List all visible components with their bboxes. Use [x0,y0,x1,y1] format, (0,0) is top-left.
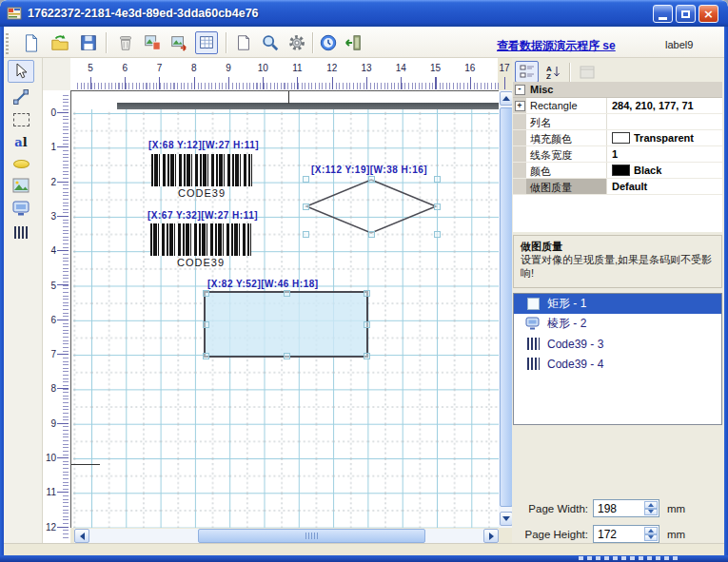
save-button[interactable] [77,31,100,54]
maximize-button[interactable] [676,5,696,23]
barcode2-text: CODE39 [150,257,251,268]
collapse-box[interactable]: - [513,82,526,97]
selection-handle[interactable] [364,321,370,328]
datasource-demo-link[interactable]: 查看数据源演示程序 se [497,38,616,54]
app-icon [7,6,22,21]
selection-handle[interactable] [303,203,309,210]
status-bar [4,543,724,555]
scroll-down-button[interactable] [500,512,513,526]
object-list-item[interactable]: 矩形 - 1 [514,294,721,314]
property-row[interactable]: 线条宽度1 [513,146,722,163]
toolbar-grip[interactable] [6,33,9,54]
tool-barcode[interactable] [8,221,34,243]
minimize-button[interactable] [653,5,673,23]
barcode2-object[interactable] [150,223,251,256]
page-width-label: Page Width: [512,503,588,514]
property-row[interactable]: 填充颜色Transparent [513,130,722,146]
tool-image[interactable] [8,174,34,197]
property-label: 线条宽度 [526,146,607,162]
object-list-label: Code39 - 3 [547,338,603,351]
tool-diamond[interactable] [8,197,34,220]
selection-handle[interactable] [303,231,309,238]
tool-text[interactable]: al [8,130,34,153]
grid-view-button[interactable] [195,31,218,54]
horizontal-scroll-thumb[interactable] [198,529,425,543]
alphabetical-sort-button[interactable]: AZ [541,61,565,83]
tool-pointer[interactable] [8,60,34,83]
selection-handle[interactable] [364,353,370,359]
selection-handle[interactable] [364,290,370,297]
selection-handle[interactable] [434,203,441,210]
up-arrow-icon [502,92,510,101]
page-width-input[interactable]: 198 [593,499,659,517]
selection-handle[interactable] [434,231,441,238]
categorized-view-button[interactable] [515,61,539,83]
object-list-item[interactable]: Code39 - 4 [514,354,721,374]
tool-line[interactable] [8,86,34,108]
property-pages-button[interactable] [575,61,599,83]
delete-button[interactable] [114,31,137,54]
expand-box[interactable]: + [515,101,525,111]
copy-image-button[interactable] [141,31,164,54]
property-row[interactable]: 颜色Black [513,163,722,179]
selection-handle[interactable] [284,353,290,359]
new-document-button[interactable] [20,31,43,54]
property-value: Default [612,181,647,192]
selection-handle[interactable] [203,353,209,359]
object-list-label: 矩形 - 1 [547,296,586,312]
trash-icon [116,33,135,52]
pointer-icon [12,63,30,80]
info-button[interactable] [317,31,340,54]
ruler-number: 4 [43,245,56,256]
rectangle-object[interactable] [204,291,368,358]
object-list[interactable]: 矩形 - 1棱形 - 2Code39 - 3Code39 - 4 [513,293,722,425]
selection-handle[interactable] [368,176,375,183]
page-top-edge [117,103,499,109]
scroll-up-button[interactable] [500,91,513,106]
object-list-item[interactable]: Code39 - 3 [514,334,721,354]
selection-handle[interactable] [368,231,375,238]
page-height-input[interactable]: 172 [593,525,659,543]
row-margin [513,179,526,194]
selection-handle[interactable] [203,321,209,328]
selection-handle[interactable] [203,290,209,297]
page-width-field: Page Width:198mm [512,499,723,518]
object-list-item[interactable]: 棱形 - 2 [514,314,721,334]
barcode1-object[interactable] [151,154,252,186]
paste-image-button[interactable] [167,31,190,54]
scroll-left-button[interactable] [74,529,89,543]
tool-rectangle[interactable] [8,108,34,131]
zoom-button[interactable] [259,31,282,54]
app-window: 17622372-2181-4e3d-89ed-3dda60cb4e76 × 查… [0,0,728,562]
spin-up-button[interactable] [644,501,658,509]
close-button[interactable]: × [698,5,718,23]
design-canvas[interactable]: [X:68 Y:12][W:27 H:11] CODE39 [X:67 Y:32… [70,90,499,528]
vertical-scroll-thumb[interactable] [500,107,513,507]
tool-ellipse[interactable] [8,152,34,175]
property-row[interactable]: +Rectangle284, 210, 177, 71 [513,98,722,114]
print-button[interactable] [232,31,255,54]
selection-handle[interactable] [284,290,290,297]
diamond-object[interactable] [305,179,437,234]
page-height-unit: mm [667,529,685,540]
spin-down-button[interactable] [644,534,658,542]
selection-handle[interactable] [434,176,441,183]
spinner[interactable] [644,527,658,541]
property-category[interactable]: - Misc [513,82,722,98]
spinner[interactable] [644,501,658,515]
close-icon: × [703,8,714,20]
spin-down-button[interactable] [644,509,658,516]
property-value: Transparent [634,132,694,144]
property-row[interactable]: 做图质量Default [513,179,722,195]
new-document-icon [22,33,41,52]
open-button[interactable] [49,31,71,54]
selection-handle[interactable] [303,176,309,183]
scroll-right-button[interactable] [483,529,499,543]
property-row[interactable]: 列名 [513,114,722,130]
spin-up-button[interactable] [644,527,658,534]
property-grid-rows: +Rectangle284, 210, 177, 71列名填充颜色Transpa… [513,98,722,195]
settings-button[interactable] [285,31,308,54]
az-sort-icon: AZ [546,65,561,80]
exit-button[interactable] [342,31,364,54]
horizontal-scrollbar[interactable] [74,529,499,543]
